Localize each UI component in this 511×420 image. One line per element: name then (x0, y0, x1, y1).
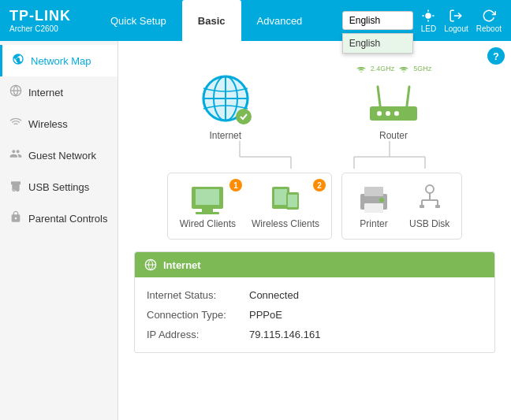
tab-advanced[interactable]: Advanced (241, 0, 319, 41)
wifi-band-labels: 2.4GHz 5GHz (356, 65, 432, 77)
reboot-button[interactable]: Reboot (476, 9, 502, 33)
printer-label: Printer (360, 218, 387, 229)
sidebar-label-usbsettings: USB Settings (28, 181, 89, 193)
wifi-5ghz-label: 5GHz (413, 65, 431, 77)
svg-point-22 (394, 111, 399, 116)
sidebar-item-internet[interactable]: Internet (0, 76, 117, 108)
led-label: LED (421, 24, 436, 33)
language-dropdown[interactable]: English (342, 11, 413, 30)
printer-node[interactable]: Printer (354, 183, 394, 229)
ip-address-value: 79.115.146.161 (249, 329, 320, 340)
sidebar-item-wireless[interactable]: Wireless (0, 108, 117, 139)
connection-type-label: Connection Type: (147, 309, 249, 321)
internet-info-section: Internet Internet Status: Connected Conn… (134, 251, 495, 353)
wired-clients-label: Wired Clients (180, 218, 236, 229)
devices-box: Printer U (341, 173, 462, 240)
logo-area: TP-LINK Archer C2600 (9, 8, 71, 33)
internet-icon (9, 84, 22, 100)
wireless-clients-label: Wireless Clients (252, 218, 319, 229)
internet-section-icon (144, 258, 157, 271)
connection-lines (149, 141, 480, 169)
usb-disk-node[interactable]: USB Disk (409, 183, 449, 229)
language-selector[interactable]: English English (342, 11, 413, 30)
main-layout: Network Map Internet Wireless Guest Netw… (0, 41, 511, 420)
router-node-label: Router (379, 130, 408, 141)
svg-rect-40 (364, 187, 383, 196)
lang-option-english[interactable]: English (343, 34, 412, 53)
svg-rect-32 (196, 189, 219, 205)
router-node: 2.4GHz 5GHz (356, 65, 432, 141)
internet-status-value: Connected (249, 289, 299, 301)
parental-controls-icon (9, 210, 22, 226)
svg-point-43 (426, 185, 434, 193)
internet-info-body: Internet Status: Connected Connection Ty… (135, 277, 494, 352)
clients-box: 1 Wired Clients 2 (167, 173, 332, 240)
connection-type-row: Connection Type: PPPoE (147, 305, 483, 325)
svg-rect-41 (364, 203, 383, 213)
wired-clients-node[interactable]: 1 Wired Clients (180, 183, 236, 229)
ip-address-label: IP Address: (147, 329, 249, 340)
internet-section-title: Internet (163, 259, 201, 271)
help-button[interactable]: ? (487, 47, 505, 65)
svg-point-42 (379, 198, 384, 203)
network-map-icon (12, 53, 24, 69)
internet-node-label: Internet (209, 130, 241, 141)
svg-rect-36 (274, 189, 287, 205)
svg-rect-33 (202, 209, 213, 212)
logo-sub: Archer C2600 (9, 24, 71, 33)
sidebar-label-wireless: Wireless (28, 118, 68, 130)
guest-network-icon (9, 147, 22, 163)
wifi-24ghz-icon (356, 65, 367, 77)
reboot-label: Reboot (476, 24, 502, 33)
router-icon (362, 83, 425, 126)
connection-type-value: PPPoE (249, 309, 282, 321)
printer-icon (354, 183, 394, 214)
internet-status-label: Internet Status: (147, 289, 249, 301)
tab-quicksetup[interactable]: Quick Setup (95, 0, 182, 41)
client-boxes: 1 Wired Clients 2 (167, 173, 463, 240)
header: TP-LINK Archer C2600 Quick Setup Basic A… (0, 0, 511, 41)
wired-count-badge: 1 (229, 179, 242, 191)
connected-badge (236, 109, 252, 125)
wireless-count-badge: 2 (313, 179, 326, 191)
logout-button[interactable]: Logout (444, 9, 468, 33)
content-area: ? (118, 41, 511, 420)
language-dropdown-open[interactable]: English (342, 33, 413, 54)
svg-point-21 (386, 111, 390, 116)
internet-icon-container (198, 71, 253, 126)
tab-basic[interactable]: Basic (182, 0, 241, 41)
usb-settings-icon (9, 179, 22, 195)
internet-node: Internet (198, 71, 253, 141)
sidebar-item-networkmap[interactable]: Network Map (0, 45, 117, 76)
svg-rect-38 (288, 195, 297, 207)
sidebar-item-guestnetwork[interactable]: Guest Network (0, 139, 117, 171)
wifi-24ghz-label: 2.4GHz (371, 65, 395, 77)
logout-label: Logout (444, 24, 468, 33)
svg-rect-49 (435, 205, 440, 208)
sidebar-label-internet: Internet (28, 87, 63, 98)
svg-point-0 (426, 13, 432, 19)
sidebar-label-guestnetwork: Guest Network (28, 150, 96, 162)
wireless-client-icon (266, 183, 305, 214)
internet-status-row: Internet Status: Connected (147, 285, 483, 305)
internet-info-header: Internet (135, 252, 494, 277)
ip-address-row: IP Address: 79.115.146.161 (147, 325, 483, 344)
led-button[interactable]: LED (421, 9, 436, 33)
sidebar-item-parentalcontrols[interactable]: Parental Controls (0, 203, 117, 234)
svg-rect-34 (196, 212, 219, 214)
wireless-icon (9, 116, 22, 132)
wired-client-icon (188, 183, 227, 214)
lines-svg (149, 141, 480, 169)
svg-rect-48 (420, 205, 424, 208)
logo-text: TP-LINK (9, 8, 71, 24)
sidebar-label-parentalcontrols: Parental Controls (28, 213, 107, 225)
usb-disk-icon (410, 183, 449, 214)
wireless-clients-node[interactable]: 2 Wireless Clients (252, 183, 319, 229)
usb-disk-label: USB Disk (409, 218, 449, 229)
header-right: English English LED Logout Reboot (342, 9, 502, 33)
svg-point-20 (377, 111, 382, 116)
sidebar-label-networkmap: Network Map (31, 55, 91, 67)
sidebar: Network Map Internet Wireless Guest Netw… (0, 41, 118, 420)
network-map-section: Internet 2.4GHz 5GHz (126, 49, 503, 361)
sidebar-item-usbsettings[interactable]: USB Settings (0, 171, 117, 203)
